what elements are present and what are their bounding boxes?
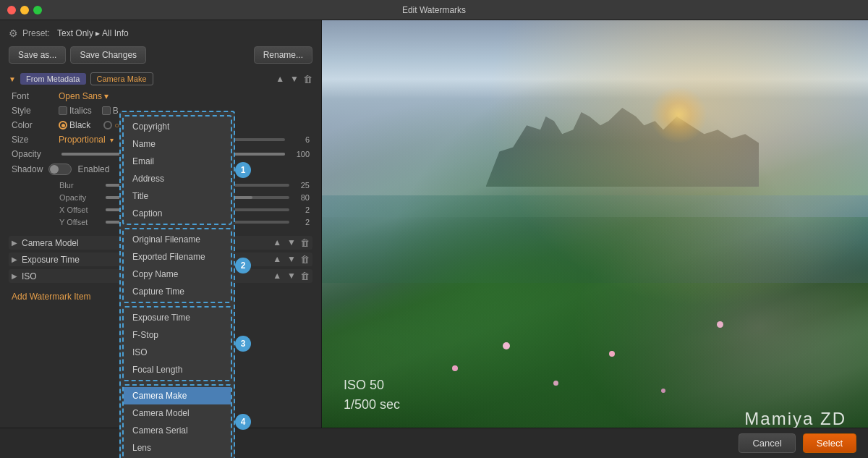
dropdown-lens[interactable]: Lens (124, 439, 231, 457)
photo-background: ISO 50 1/500 sec Mamiya ZD (322, 20, 868, 458)
dropdown-address[interactable]: Address (124, 170, 231, 187)
dropdown-exposure-time[interactable]: Exposure Time (124, 309, 231, 326)
item-up-2[interactable]: ▲ (271, 254, 283, 265)
save-changes-button[interactable]: Save Changes (70, 46, 146, 64)
item-controls-2: ▲ ▼ 🗑 (271, 254, 310, 265)
watermark-iso: ISO 50 (344, 376, 400, 395)
style-options: Italics B (59, 106, 119, 116)
item-up-1[interactable]: ▲ (271, 237, 283, 248)
watermark-bottom-left: ISO 50 1/500 sec (344, 376, 400, 415)
dropdown-camera-model[interactable]: Camera Model (124, 404, 231, 422)
bold-box (102, 106, 111, 115)
collapse-arrow[interactable]: ▼ (9, 75, 16, 83)
dropdown-exported-filename[interactable]: Exported Filename (124, 248, 231, 266)
dropdown-section-1: Copyright Name Email Address Title Capti… (122, 115, 232, 225)
dropdown-camera-serial[interactable]: Camera Serial (124, 422, 231, 439)
item-controls-1: ▲ ▼ 🗑 (271, 237, 310, 248)
item-controls-3: ▲ ▼ 🗑 (271, 271, 310, 281)
item-down-3[interactable]: ▼ (286, 271, 297, 281)
gear-icon: ⚙ (9, 27, 18, 39)
dropdown-iso[interactable]: ISO (124, 344, 231, 361)
select-button[interactable]: Select (803, 433, 856, 453)
dropdown-email[interactable]: Email (124, 153, 231, 170)
move-up-icon[interactable]: ▲ (274, 74, 286, 85)
shadow-opacity-value: 80 (292, 193, 310, 202)
font-label: Font (12, 91, 59, 101)
shadow-opacity-label: Opacity (59, 193, 103, 202)
dropdown-original-filename[interactable]: Original Filename (124, 231, 231, 248)
left-panel: ⚙ Preset: Text Only ▸ All Info Save as..… (0, 20, 322, 458)
black-radio[interactable]: Black (59, 120, 90, 130)
close-button[interactable] (7, 6, 16, 14)
dropdown-focal-length[interactable]: Focal Length (124, 361, 231, 378)
traffic-lights (7, 6, 42, 14)
from-metadata-badge[interactable]: From Metadata (20, 73, 86, 85)
dropdown-section-2: Original Filename Exported Filename Copy… (122, 228, 232, 303)
flower-1 (452, 365, 458, 371)
blur-label: Blur (59, 181, 103, 190)
font-arrow: ▾ (104, 91, 109, 101)
shadow-toggle[interactable] (48, 164, 72, 175)
bold-label: B (113, 106, 119, 116)
watermark-shutter: 1/500 sec (344, 395, 400, 415)
dropdown-caption[interactable]: Caption (124, 205, 231, 222)
black-radio-label: Black (69, 120, 90, 130)
dropdown-copy-name[interactable]: Copy Name (124, 266, 231, 283)
black-radio-dot (59, 121, 67, 130)
dropdown-copyright[interactable]: Copyright (124, 118, 231, 135)
size-label: Size (12, 135, 59, 145)
button-row: Save as... Save Changes Rename... (9, 46, 312, 64)
flower-3 (553, 381, 558, 386)
flower-6 (609, 351, 615, 357)
dropdown-fstop[interactable]: F-Stop (124, 326, 231, 344)
size-value: 6 (292, 135, 310, 144)
item-arrow-2: ▶ (12, 255, 17, 263)
badge-4: 4 (235, 414, 251, 430)
dropdown-name[interactable]: Name (124, 135, 231, 153)
italics-box (59, 106, 67, 115)
maximize-button[interactable] (33, 6, 42, 14)
dropdown-title[interactable]: Title (124, 187, 231, 205)
y-offset-label: Y Offset (59, 218, 103, 226)
item-up-3[interactable]: ▲ (271, 271, 283, 281)
opacity-value: 100 (292, 150, 310, 158)
bold-checkbox[interactable]: B (102, 106, 119, 116)
section-header: ▼ From Metadata Camera Make ▲ ▼ 🗑 (9, 72, 312, 85)
scene-overlay (322, 20, 868, 458)
move-down-icon[interactable]: ▼ (289, 74, 300, 85)
save-as-button[interactable]: Save as... (9, 46, 66, 64)
rename-button[interactable]: Rename... (254, 46, 312, 64)
main-layout: ⚙ Preset: Text Only ▸ All Info Save as..… (0, 20, 868, 458)
item-delete-1[interactable]: 🗑 (300, 237, 310, 248)
item-down-2[interactable]: ▼ (286, 254, 297, 265)
flower-5 (661, 389, 665, 393)
size-dropdown-arrow: ▾ (110, 136, 114, 144)
flower-2 (503, 342, 510, 349)
metadata-dropdown: Copyright Name Email Address Title Capti… (119, 111, 235, 458)
dropdown-capture-time[interactable]: Capture Time (124, 283, 231, 300)
dropdown-section-4: Camera Make Camera Model Camera Serial L… (122, 384, 232, 458)
font-value: Open Sans (59, 91, 102, 101)
opacity-label: Opacity (12, 149, 59, 159)
watermark-bottom-right: Mamiya ZD (744, 409, 846, 429)
delete-icon[interactable]: 🗑 (303, 74, 312, 85)
preset-row: ⚙ Preset: Text Only ▸ All Info (9, 27, 312, 39)
y-offset-value: 2 (292, 218, 310, 226)
x-offset-value: 2 (292, 205, 310, 214)
cancel-button[interactable]: Cancel (739, 433, 795, 453)
badge-1: 1 (235, 162, 251, 178)
font-row: Font Open Sans ▾ (9, 91, 312, 101)
preset-value[interactable]: Text Only ▸ All Info (57, 28, 129, 38)
italics-checkbox[interactable]: Italics (59, 106, 92, 116)
minimize-button[interactable] (20, 6, 29, 14)
size-proportional-select[interactable]: Proportional (59, 135, 106, 145)
font-select[interactable]: Open Sans ▾ (59, 91, 109, 101)
item-down-1[interactable]: ▼ (286, 237, 297, 248)
item-arrow-1: ▶ (12, 239, 17, 247)
titlebar: Edit Watermarks (0, 0, 868, 20)
item-delete-2[interactable]: 🗑 (300, 254, 310, 265)
dropdown-camera-make[interactable]: Camera Make (124, 387, 231, 404)
item-delete-3[interactable]: 🗑 (300, 271, 310, 281)
camera-make-badge[interactable]: Camera Make (90, 72, 153, 85)
blur-value: 25 (292, 181, 310, 190)
